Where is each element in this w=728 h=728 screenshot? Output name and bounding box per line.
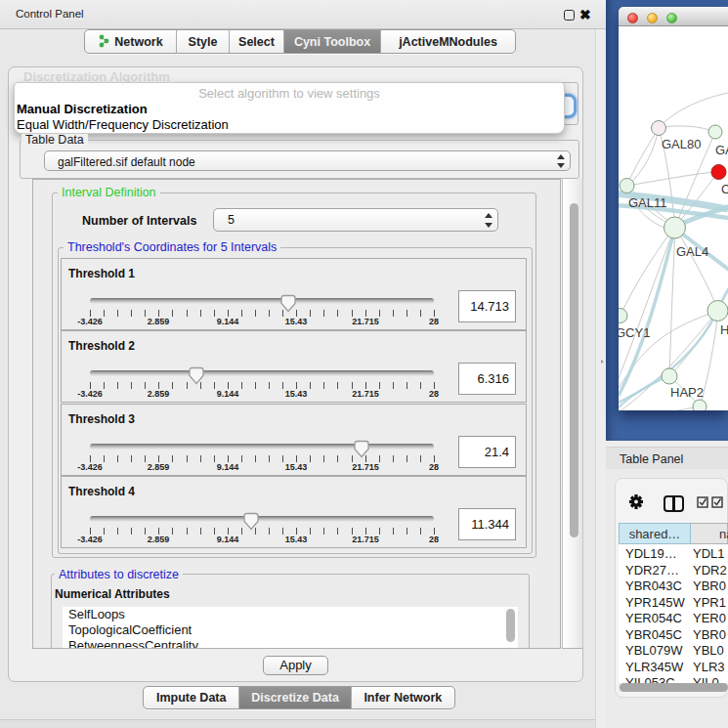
svg-text:H: H	[720, 322, 728, 337]
svg-text:GA: GA	[715, 143, 728, 157]
svg-text:GAL4: GAL4	[676, 244, 708, 259]
svg-text:GCY1: GCY1	[619, 325, 650, 340]
svg-text:C: C	[721, 182, 728, 196]
svg-text:HAP2: HAP2	[670, 385, 704, 400]
svg-text:GAL80: GAL80	[662, 137, 701, 151]
svg-text:GAL11: GAL11	[628, 195, 667, 210]
